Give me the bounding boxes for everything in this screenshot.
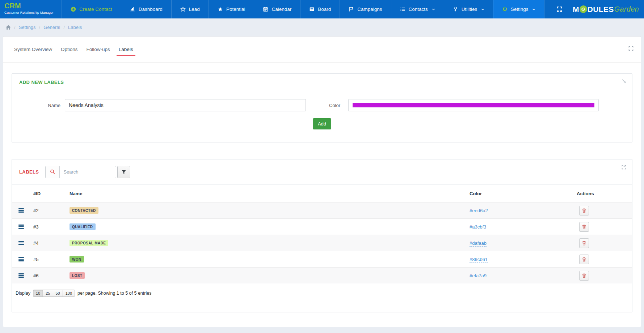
drag-handle-icon[interactable] bbox=[18, 208, 24, 213]
expand-icon[interactable] bbox=[628, 46, 634, 51]
header-actions: Actions bbox=[577, 191, 632, 196]
table-row: #6 LOST #efa7a9 bbox=[12, 267, 632, 283]
label-badge: LOST bbox=[70, 272, 85, 279]
delete-button[interactable] bbox=[579, 222, 589, 232]
breadcrumb-settings[interactable]: Settings bbox=[19, 25, 36, 30]
nav-item-label: Contacts bbox=[409, 7, 428, 12]
delete-button[interactable] bbox=[579, 271, 589, 281]
color-label: Color bbox=[306, 103, 348, 108]
display-label: Display bbox=[16, 291, 30, 296]
labels-panel-header: LABELS bbox=[12, 159, 632, 185]
nav-item-label: Board bbox=[318, 7, 331, 12]
nav-item-campaigns[interactable]: Campaigns bbox=[340, 0, 391, 18]
page-size-group: 10 25 50 100 bbox=[33, 290, 75, 297]
modulesgarden-logo[interactable]: M⚙DULESGarden bbox=[573, 5, 639, 14]
color-swatch-bar bbox=[353, 103, 594, 107]
nav-item-create-contact[interactable]: Create Contact bbox=[62, 0, 121, 18]
labels-panel: LABELS #ID bbox=[12, 159, 632, 312]
header-name: Name bbox=[66, 191, 470, 196]
breadcrumb-labels[interactable]: Labels bbox=[68, 25, 82, 30]
search-input[interactable] bbox=[60, 166, 116, 178]
drag-handle-icon[interactable] bbox=[18, 256, 24, 262]
add-panel-header: ADD NEW LABELS bbox=[12, 74, 632, 91]
add-new-labels-panel: ADD NEW LABELS Name Color Add bbox=[12, 73, 632, 142]
drag-handle-icon[interactable] bbox=[18, 273, 24, 278]
navbar-right: M⚙DULESGarden bbox=[556, 0, 644, 18]
labels-panel-title: LABELS bbox=[19, 169, 39, 175]
settings-tabs: System Overview Options Follow-ups Label… bbox=[3, 37, 641, 63]
tab-labels[interactable]: Labels bbox=[119, 47, 133, 62]
header-color: Color bbox=[470, 191, 577, 196]
add-button-row: Add bbox=[12, 118, 632, 129]
breadcrumb: / Settings / General / Labels bbox=[0, 18, 644, 36]
calendar-icon bbox=[263, 7, 268, 12]
nav-item-contacts[interactable]: Contacts bbox=[391, 0, 444, 18]
filter-button[interactable] bbox=[117, 166, 130, 178]
fullscreen-icon[interactable] bbox=[556, 6, 563, 12]
plug-icon bbox=[453, 7, 458, 12]
chevron-down-icon bbox=[481, 8, 484, 10]
logo-part-dules: DULES bbox=[588, 5, 614, 14]
nav-item-label: Lead bbox=[189, 7, 200, 12]
label-color-picker[interactable] bbox=[348, 99, 599, 111]
search-button[interactable] bbox=[45, 166, 60, 178]
page-size-10[interactable]: 10 bbox=[33, 290, 43, 297]
color-hex-link[interactable]: #efa7a9 bbox=[470, 273, 487, 279]
color-hex-link[interactable]: #a3cbf3 bbox=[470, 224, 486, 230]
label-name-input[interactable] bbox=[65, 99, 306, 111]
expand-icon[interactable] bbox=[622, 165, 626, 170]
nav-item-utilities[interactable]: Utilities bbox=[444, 0, 493, 18]
breadcrumb-separator: / bbox=[14, 25, 16, 30]
logo-gear-o-icon: ⚙ bbox=[580, 5, 587, 13]
table-row: #5 WON #89cb61 bbox=[12, 251, 632, 267]
drag-handle-icon[interactable] bbox=[18, 224, 24, 230]
breadcrumb-separator: / bbox=[63, 25, 65, 30]
delete-button[interactable] bbox=[579, 255, 589, 264]
filter-funnel-icon bbox=[122, 170, 126, 174]
nav-item-label: Calendar bbox=[272, 7, 291, 12]
home-icon[interactable] bbox=[6, 25, 11, 30]
color-hex-link[interactable]: #89cb61 bbox=[470, 257, 488, 263]
collapse-icon[interactable] bbox=[622, 79, 626, 84]
pagination: Display 10 25 50 100 per page. Showing 1… bbox=[12, 283, 632, 312]
nav-item-lead[interactable]: Lead bbox=[171, 0, 209, 18]
label-badge: PROPOSAL MADE bbox=[70, 240, 108, 246]
bar-chart-icon bbox=[130, 7, 135, 12]
nav-item-label: Utilities bbox=[462, 7, 477, 12]
nav-item-label: Settings bbox=[511, 7, 529, 12]
flag-icon bbox=[349, 7, 354, 12]
row-id: #2 bbox=[30, 208, 66, 213]
page-size-50[interactable]: 50 bbox=[53, 290, 63, 297]
nav-item-calendar[interactable]: Calendar bbox=[254, 0, 300, 18]
color-hex-link[interactable]: #dafaab bbox=[470, 240, 487, 247]
tab-follow-ups[interactable]: Follow-ups bbox=[87, 47, 110, 62]
delete-button[interactable] bbox=[579, 238, 589, 248]
nav-item-potential[interactable]: Potential bbox=[209, 0, 254, 18]
nav-item-settings[interactable]: ⚙ Settings bbox=[493, 0, 544, 18]
pagination-summary: per page. Showing 1 to 5 of 5 entries bbox=[77, 291, 151, 296]
page-size-25[interactable]: 25 bbox=[43, 290, 53, 297]
nav-item-board[interactable]: Board bbox=[300, 0, 340, 18]
logo-part-garden: Garden bbox=[614, 5, 639, 13]
app-title: CRM bbox=[4, 2, 58, 10]
logo-part-m: M bbox=[573, 5, 579, 14]
table-row: #3 QUALIFIED #a3cbf3 bbox=[12, 218, 632, 235]
tab-system-overview[interactable]: System Overview bbox=[14, 47, 52, 62]
nav-item-dashboard[interactable]: Dashboard bbox=[121, 0, 171, 18]
tab-options[interactable]: Options bbox=[61, 47, 78, 62]
chevron-down-icon bbox=[432, 8, 435, 10]
add-button[interactable]: Add bbox=[313, 118, 331, 129]
breadcrumb-general[interactable]: General bbox=[43, 25, 60, 30]
page-size-100[interactable]: 100 bbox=[63, 290, 75, 297]
label-badge: WON bbox=[70, 256, 84, 262]
star-outline-icon bbox=[180, 7, 186, 12]
search-group bbox=[45, 166, 130, 178]
color-hex-link[interactable]: #eed6a2 bbox=[470, 208, 488, 214]
drag-handle-icon[interactable] bbox=[18, 240, 24, 246]
labels-table: #ID Name Color Actions #2 CONTACTED #eed… bbox=[12, 185, 632, 283]
main-card: System Overview Options Follow-ups Label… bbox=[3, 36, 641, 327]
table-row: #4 PROPOSAL MADE #dafaab bbox=[12, 235, 632, 251]
app-brand[interactable]: CRM Customer Relationship Manager bbox=[0, 0, 62, 18]
add-panel-title: ADD NEW LABELS bbox=[19, 80, 64, 85]
delete-button[interactable] bbox=[579, 206, 589, 215]
